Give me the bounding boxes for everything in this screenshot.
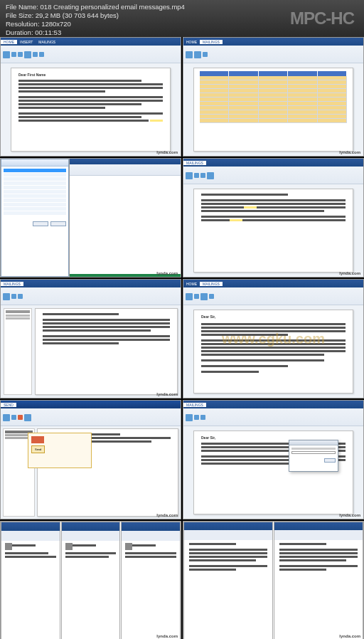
- resolution: 1280x720: [41, 20, 71, 28]
- resolution-label: Resolution:: [6, 20, 40, 28]
- thumbnail-7[interactable]: SEND Send lynda.com: [0, 400, 181, 519]
- lynda-brand: lynda.com: [156, 513, 178, 517]
- lynda-brand: lynda.com: [339, 513, 360, 517]
- mail-icon: [31, 436, 44, 443]
- thumbnail-1[interactable]: HOMEINSERTMAILINGS Dear First Name lynda…: [0, 37, 181, 157]
- lynda-brand: lynda.com: [339, 634, 360, 638]
- thumbnail-8[interactable]: MAILINGS Dear Sir, lynda.com: [183, 400, 364, 519]
- send-button[interactable]: Send: [31, 445, 45, 453]
- player-header: File Name: 018 Creating personalized ema…: [0, 0, 364, 37]
- player-logo: MPC-HC: [290, 9, 358, 28]
- thumbnail-4[interactable]: MAILINGS lynda.com: [183, 158, 364, 278]
- duration-label: Duration:: [6, 28, 33, 36]
- merge-field-highlight: [150, 120, 163, 122]
- ok-button[interactable]: [33, 221, 48, 226]
- merge-dialog: [289, 440, 338, 472]
- word-ribbon: HOMEINSERTMAILINGS: [1, 38, 181, 63]
- lynda-brand: lynda.com: [339, 150, 360, 154]
- thumbnail-6[interactable]: HOMEMAILINGS Dear Sir, www.cgku.com: [183, 279, 364, 398]
- dialog-header: [1, 159, 68, 167]
- salutation: Dear First Name: [18, 73, 163, 78]
- avatar-icon: [5, 543, 12, 550]
- lynda-brand: lynda.com: [156, 271, 178, 275]
- send-merge-dialog: Send: [28, 433, 92, 468]
- thumbnail-5[interactable]: MAILINGS lynda.com: [0, 279, 181, 398]
- lynda-brand: lynda.com: [156, 150, 178, 154]
- file-info: File Name: 018 Creating personalized ema…: [6, 3, 185, 37]
- lynda-brand: lynda.com: [339, 271, 360, 275]
- ok-button[interactable]: [324, 458, 336, 463]
- thumbnail-3[interactable]: lynda.com: [0, 158, 181, 278]
- thumbnail-10[interactable]: lynda.com: [183, 521, 364, 639]
- duration: 00:11:53: [35, 28, 61, 36]
- lynda-brand: lynda.com: [156, 634, 178, 638]
- thumbnail-9[interactable]: lynda.com: [0, 521, 181, 639]
- cancel-button[interactable]: [50, 221, 66, 226]
- file-name: 018 Creating personalized email messages…: [41, 3, 185, 11]
- file-name-label: File Name:: [6, 3, 38, 11]
- salutation: Dear Sir,: [201, 315, 346, 320]
- thumbnail-grid: HOMEINSERTMAILINGS Dear First Name lynda…: [0, 37, 364, 639]
- file-size-label: File Size:: [6, 11, 33, 19]
- thumbnail-2[interactable]: HOMEMAILINGS lynda.com: [183, 37, 364, 157]
- file-size: 29,2 MB (30 703 644 bytes): [36, 11, 119, 19]
- lynda-brand: lynda.com: [156, 392, 178, 396]
